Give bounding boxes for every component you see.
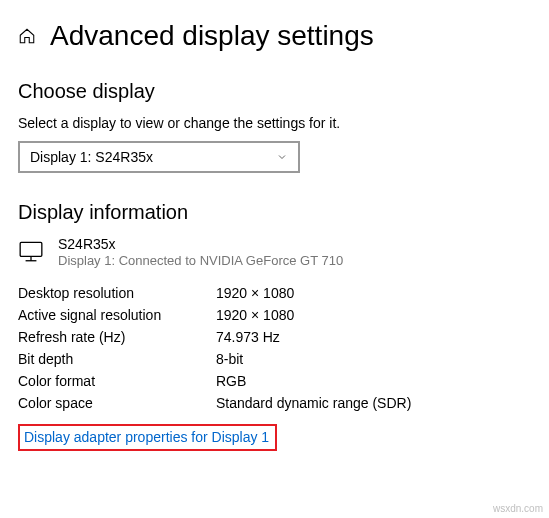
label-refresh-rate: Refresh rate (Hz) — [18, 326, 216, 348]
row-refresh-rate: Refresh rate (Hz) 74.973 Hz — [18, 326, 531, 348]
watermark: wsxdn.com — [493, 503, 543, 514]
display-information-section: Display information S24R35x Display 1: C… — [0, 201, 549, 451]
value-refresh-rate: 74.973 Hz — [216, 326, 280, 348]
value-active-resolution: 1920 × 1080 — [216, 304, 294, 326]
home-icon[interactable] — [18, 27, 36, 45]
svg-rect-0 — [20, 242, 42, 256]
label-desktop-resolution: Desktop resolution — [18, 282, 216, 304]
label-color-format: Color format — [18, 370, 216, 392]
value-bit-depth: 8-bit — [216, 348, 243, 370]
choose-display-section: Choose display Select a display to view … — [0, 80, 549, 173]
display-name: S24R35x — [58, 236, 343, 252]
row-color-space: Color space Standard dynamic range (SDR) — [18, 392, 531, 414]
value-color-format: RGB — [216, 370, 246, 392]
label-color-space: Color space — [18, 392, 216, 414]
header: Advanced display settings — [0, 0, 549, 52]
display-adapter-properties-link[interactable]: Display adapter properties for Display 1 — [24, 429, 269, 445]
adapter-link-highlight: Display adapter properties for Display 1 — [18, 424, 277, 451]
choose-display-heading: Choose display — [18, 80, 531, 103]
chevron-down-icon — [276, 151, 288, 163]
page-title: Advanced display settings — [50, 20, 374, 52]
monitor-icon — [18, 238, 44, 268]
value-desktop-resolution: 1920 × 1080 — [216, 282, 294, 304]
label-active-resolution: Active signal resolution — [18, 304, 216, 326]
row-color-format: Color format RGB — [18, 370, 531, 392]
display-status: Display 1: Connected to NVIDIA GeForce G… — [58, 253, 343, 268]
row-bit-depth: Bit depth 8-bit — [18, 348, 531, 370]
row-desktop-resolution: Desktop resolution 1920 × 1080 — [18, 282, 531, 304]
value-color-space: Standard dynamic range (SDR) — [216, 392, 411, 414]
choose-display-subtext: Select a display to view or change the s… — [18, 115, 531, 131]
display-information-heading: Display information — [18, 201, 531, 224]
display-select-value: Display 1: S24R35x — [30, 149, 153, 165]
label-bit-depth: Bit depth — [18, 348, 216, 370]
display-header-row: S24R35x Display 1: Connected to NVIDIA G… — [18, 236, 531, 268]
row-active-resolution: Active signal resolution 1920 × 1080 — [18, 304, 531, 326]
display-select-dropdown[interactable]: Display 1: S24R35x — [18, 141, 300, 173]
